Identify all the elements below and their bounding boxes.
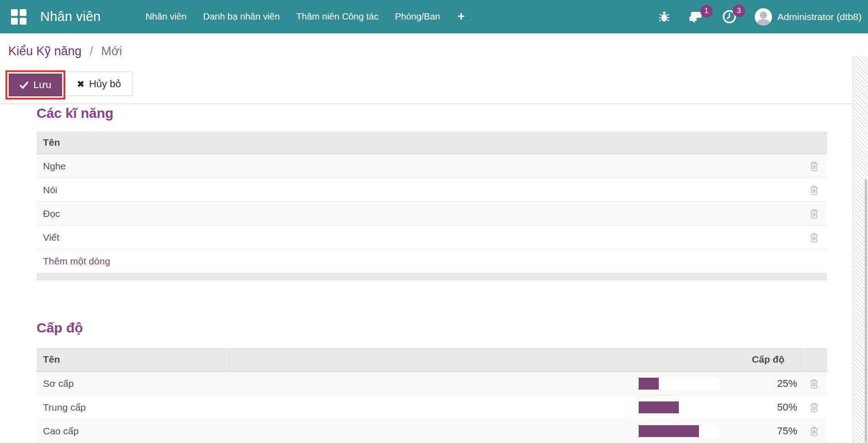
- skill-name[interactable]: Viết: [37, 232, 801, 243]
- progress-bar-track: [639, 401, 719, 413]
- activities-clock-icon[interactable]: 3: [722, 10, 736, 24]
- progress-bar-fill: [639, 378, 659, 390]
- menu-item-phong-ban[interactable]: Phòng/Ban: [395, 11, 440, 22]
- progress-bar-fill: [639, 401, 679, 413]
- skills-table-header: Tên: [37, 132, 827, 154]
- save-button-label: Lưu: [33, 79, 51, 91]
- menu-item-tham-nien[interactable]: Thâm niên Công tác: [296, 11, 378, 22]
- save-button[interactable]: Lưu: [9, 74, 62, 96]
- user-menu[interactable]: Administrator (dtb8): [755, 8, 862, 26]
- discard-button[interactable]: ✖ Hủy bỏ: [65, 72, 132, 96]
- level-row-trung-cap[interactable]: Trung cấp 50%: [37, 396, 827, 419]
- breadcrumb-separator: /: [90, 44, 93, 58]
- level-progress-cell: 50%: [229, 401, 801, 413]
- add-line-row: Thêm một dòng: [37, 249, 827, 273]
- level-name[interactable]: Cao cấp: [37, 426, 229, 437]
- skill-name[interactable]: Đọc: [37, 208, 801, 219]
- page: Nhân viên Nhân viên Danh bạ nhân viên Th…: [0, 0, 868, 443]
- skills-table: Tên Nghe Nói Đọc: [37, 132, 827, 280]
- breadcrumb: Kiểu Kỹ năng / Mới: [0, 33, 868, 58]
- level-progress-cell: 25%: [229, 378, 801, 390]
- skill-name[interactable]: Nói: [37, 185, 801, 195]
- debug-bug-icon[interactable]: [658, 11, 670, 23]
- skills-section-title: Các kĩ năng: [37, 105, 863, 121]
- annotation-highlight-box: Lưu: [5, 70, 65, 100]
- levels-table: Tên Cấp độ Sơ cấp 25% Trung cấp: [37, 348, 827, 443]
- apps-grid-icon[interactable]: [11, 9, 26, 25]
- column-header-name[interactable]: Tên: [37, 132, 801, 153]
- top-navbar: Nhân viên Nhân viên Danh bạ nhân viên Th…: [0, 0, 868, 33]
- level-row-so-cap[interactable]: Sơ cấp 25%: [37, 372, 827, 396]
- form-sheet: Các kĩ năng Tên Nghe Nói Đọc: [0, 105, 863, 443]
- skills-table-footer: [37, 273, 827, 280]
- levels-table-header: Tên Cấp độ: [37, 348, 827, 372]
- level-progress-cell: 75%: [229, 425, 801, 437]
- vertical-scrollbar-thumb[interactable]: [865, 179, 867, 443]
- progress-percent: 25%: [772, 378, 797, 390]
- delete-row-trash-icon[interactable]: [810, 161, 819, 171]
- skill-row-viet[interactable]: Viết: [37, 226, 827, 249]
- skill-name[interactable]: Nghe: [37, 161, 801, 172]
- level-name[interactable]: Trung cấp: [37, 402, 229, 413]
- progress-percent: 75%: [772, 425, 797, 437]
- add-line-link[interactable]: Thêm một dòng: [37, 256, 110, 267]
- level-name[interactable]: Sơ cấp: [37, 378, 229, 389]
- column-header-level[interactable]: Cấp độ: [229, 348, 801, 371]
- breadcrumb-current: Mới: [101, 44, 122, 58]
- menu-item-danh-ba[interactable]: Danh bạ nhân viên: [203, 11, 280, 22]
- skill-row-nghe[interactable]: Nghe: [37, 154, 827, 178]
- systray: 1 3 Administrator (dtb8): [658, 8, 862, 26]
- progress-bar-track: [639, 425, 719, 437]
- column-header-name[interactable]: Tên: [37, 348, 229, 371]
- activities-count-badge: 3: [733, 5, 745, 17]
- action-buttons: Lưu ✖ Hủy bỏ: [5, 70, 868, 100]
- check-icon: [20, 81, 28, 89]
- column-header-actions: [801, 348, 827, 371]
- level-row-cao-cap[interactable]: Cao cấp 75%: [37, 419, 827, 443]
- sheet-divider: [0, 104, 852, 104]
- delete-row-trash-icon[interactable]: [810, 379, 819, 389]
- user-avatar: [755, 8, 772, 26]
- plus-menu-icon[interactable]: +: [457, 11, 465, 23]
- user-name: Administrator (dtb8): [778, 11, 862, 22]
- skill-row-doc[interactable]: Đọc: [37, 202, 827, 226]
- main-menu: Nhân viên Danh bạ nhân viên Thâm niên Cô…: [145, 11, 465, 23]
- skill-row-noi[interactable]: Nói: [37, 178, 827, 202]
- breadcrumb-parent-link[interactable]: Kiểu Kỹ năng: [8, 44, 82, 58]
- column-header-actions: [801, 132, 827, 153]
- delete-row-trash-icon[interactable]: [810, 426, 819, 436]
- delete-row-trash-icon[interactable]: [810, 185, 819, 195]
- x-icon: ✖: [77, 79, 85, 90]
- messages-icon[interactable]: 1: [688, 10, 704, 24]
- progress-percent: 50%: [772, 401, 797, 413]
- delete-row-trash-icon[interactable]: [810, 232, 819, 243]
- app-title[interactable]: Nhân viên: [40, 9, 101, 24]
- menu-item-nhan-vien[interactable]: Nhân viên: [145, 11, 186, 22]
- progress-bar-track: [639, 378, 719, 390]
- progress-bar-fill: [639, 425, 699, 437]
- delete-row-trash-icon[interactable]: [810, 209, 819, 219]
- levels-section-title: Cấp độ: [37, 319, 863, 337]
- delete-row-trash-icon[interactable]: [810, 402, 819, 412]
- messages-count-badge: 1: [700, 5, 713, 17]
- discard-button-label: Hủy bỏ: [89, 78, 121, 90]
